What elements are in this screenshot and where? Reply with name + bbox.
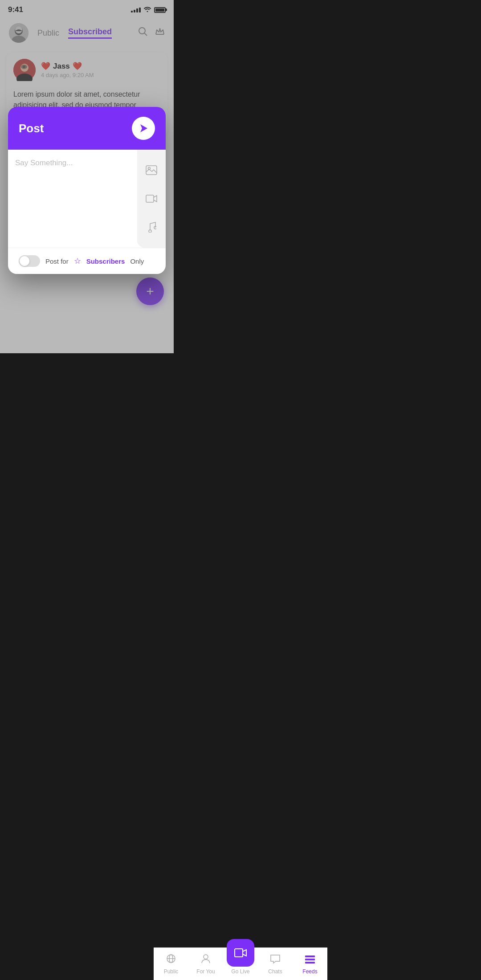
crown-icon[interactable]: [155, 27, 165, 39]
post-modal-footer: Post for ☆ Subscribers Only: [8, 248, 166, 274]
post-media-buttons: [137, 150, 166, 248]
header-tabs: Public Subscribed: [0, 18, 174, 48]
search-icon[interactable]: [138, 27, 148, 39]
post-modal-body: Say Something...: [8, 150, 166, 248]
post-modal: Post Say Something...: [8, 107, 166, 274]
status-icons: [131, 6, 166, 13]
post-send-button[interactable]: [132, 117, 155, 140]
create-post-fab[interactable]: +: [136, 278, 164, 305]
svg-rect-14: [146, 195, 154, 202]
profile-avatar[interactable]: [9, 23, 29, 43]
post-username: ❤️ Jass ❤️: [41, 61, 160, 71]
subscribers-label[interactable]: Subscribers: [86, 257, 125, 265]
header-icons: [138, 27, 165, 39]
video-upload-button[interactable]: [143, 190, 160, 208]
lower-feed: ❤ 68 people like this 🤍 68 💬 11 ↪ 1 🎁: [0, 352, 174, 353]
music-upload-button[interactable]: [143, 218, 160, 236]
post-placeholder: Say Something...: [15, 159, 73, 167]
post-text-input[interactable]: Say Something...: [8, 150, 137, 248]
image-upload-button[interactable]: [143, 161, 160, 179]
tab-subscribed[interactable]: Subscribed: [68, 27, 112, 39]
only-label: Only: [130, 257, 144, 265]
svg-marker-11: [140, 124, 147, 132]
status-time: 9:41: [8, 5, 23, 14]
post-modal-header: Post: [8, 107, 166, 150]
svg-point-4: [139, 28, 145, 34]
tab-public[interactable]: Public: [37, 29, 59, 38]
star-icon: ☆: [74, 256, 81, 266]
post-for-label: Post for: [45, 257, 69, 265]
signal-bars-icon: [131, 8, 141, 12]
subscribers-toggle[interactable]: [19, 255, 40, 267]
post-avatar: [13, 59, 36, 81]
app-page: 9:41: [0, 0, 174, 353]
post-time: 4 days ago, 9:20 AM: [41, 72, 160, 78]
status-bar: 9:41: [0, 0, 174, 18]
likes-row: ❤ 68 people like this: [0, 352, 174, 353]
battery-icon: [154, 7, 166, 13]
svg-line-5: [145, 33, 147, 36]
svg-point-10: [21, 65, 27, 69]
post-modal-title: Post: [19, 122, 44, 135]
wifi-icon: [143, 6, 151, 13]
